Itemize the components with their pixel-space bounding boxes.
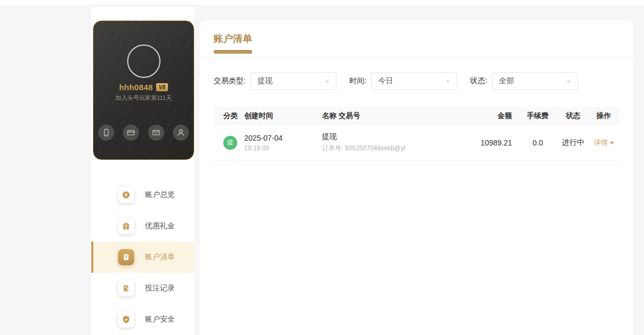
row-status: 进行中	[558, 138, 588, 148]
gift-icon	[118, 218, 134, 234]
withdraw-category-badge: 提	[223, 136, 237, 150]
sidebar-item-account-security[interactable]: 账户安全	[91, 304, 194, 335]
sidebar-item-label: 账户清单	[145, 252, 175, 262]
chevron-down-icon: ∨	[325, 78, 330, 84]
table-row: 提 2025-07-04 19:19:00 提现 订单号: 5052507048…	[214, 125, 619, 161]
user-icon[interactable]	[173, 125, 189, 141]
col-header-category: 分类	[214, 111, 243, 121]
filter-bar: 交易类型: 提现 ∨ 时间: 今日 ∨ 状态: 全部 ∨	[214, 72, 633, 90]
page-title: 账户清单	[214, 32, 633, 45]
title-underline	[214, 50, 252, 54]
filter-time-select[interactable]: 今日 ∨	[371, 72, 457, 90]
main-panel: 账户清单 交易类型: 提现 ∨ 时间: 今日 ∨ 状态: 全部 ∨ 分类 创建时…	[200, 20, 633, 335]
col-header-created: 创建时间	[243, 111, 316, 121]
filter-type-label: 交易类型:	[214, 76, 246, 86]
row-fee: 0.0	[517, 139, 558, 147]
active-indicator-bar	[91, 242, 93, 273]
username: hhh0848	[119, 83, 153, 92]
row-amount: 10989.21	[468, 139, 517, 147]
sidebar-menu: ¥ 账户总览 优惠礼金 账户清单 投注记录	[91, 179, 194, 335]
table-header-row: 分类 创建时间 名称 交易号 金额 手续费 状态 操作	[214, 107, 619, 125]
filter-time-label: 时间:	[349, 76, 367, 86]
mail-icon[interactable]	[148, 125, 164, 141]
coin-icon: ¥	[118, 187, 134, 203]
row-order-number: 订单号: 5052507048xekb@yl	[322, 144, 468, 153]
sidebar-item-account-overview[interactable]: ¥ 账户总览	[91, 179, 194, 210]
col-header-status: 状态	[558, 111, 588, 121]
filter-type-select[interactable]: 提现 ∨	[251, 72, 336, 90]
row-date: 2025-07-04	[244, 134, 316, 142]
avatar	[127, 45, 160, 78]
profile-quick-actions	[98, 125, 189, 141]
details-link[interactable]: 详情	[594, 139, 614, 147]
col-header-name: 名称 交易号	[316, 111, 468, 121]
row-name: 提现	[322, 132, 468, 142]
phone-icon[interactable]	[98, 125, 114, 141]
shield-icon	[118, 311, 134, 327]
filter-type-value: 提现	[258, 76, 273, 86]
col-header-amount: 金额	[468, 111, 517, 121]
record-icon	[118, 280, 134, 296]
caret-down-icon	[610, 142, 614, 144]
col-header-action: 操作	[588, 111, 619, 121]
chevron-down-icon: ∨	[446, 78, 450, 84]
bank-card-icon[interactable]	[123, 125, 139, 141]
transactions-table: 分类 创建时间 名称 交易号 金额 手续费 状态 操作 提 2025-07-04…	[214, 107, 619, 161]
statement-icon	[118, 249, 134, 265]
filter-status-select[interactable]: 全部 ∨	[492, 72, 578, 90]
col-header-fee: 手续费	[517, 111, 558, 121]
sidebar-item-label: 账户安全	[145, 315, 175, 324]
details-link-label: 详情	[594, 139, 608, 147]
filter-time-value: 今日	[378, 76, 393, 86]
header-divider	[200, 57, 633, 57]
sidebar-item-label: 优惠礼金	[145, 221, 175, 231]
sidebar-item-promotions[interactable]: 优惠礼金	[91, 210, 194, 242]
chevron-down-icon: ∨	[567, 78, 571, 84]
filter-status-label: 状态:	[470, 76, 487, 86]
top-divider-bar	[0, 0, 644, 6]
sidebar-item-label: 账户总览	[145, 190, 175, 200]
svg-text:¥: ¥	[125, 192, 127, 198]
page: ¥ 账户总览 优惠礼金 账户清单 投注记录	[0, 0, 644, 335]
vip-level-badge: V8	[156, 83, 168, 91]
sidebar-item-label: 投注记录	[145, 283, 175, 293]
filter-status-value: 全部	[499, 76, 514, 86]
profile-card: hhh0848 V8 加入头号玩家第111天	[93, 20, 194, 160]
sidebar-item-account-statement[interactable]: 账户清单	[91, 242, 194, 273]
joined-days-text: 加入头号玩家第111天	[93, 94, 194, 102]
row-time: 19:19:00	[244, 144, 316, 152]
sidebar-item-bet-records[interactable]: 投注记录	[91, 273, 194, 304]
